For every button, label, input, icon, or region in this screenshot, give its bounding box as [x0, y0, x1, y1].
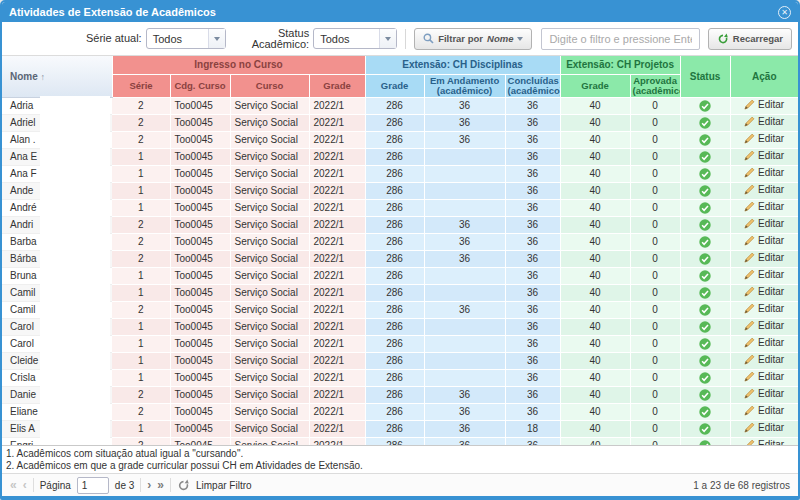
- column-header-grade-ingresso[interactable]: Grade: [309, 74, 365, 97]
- cell-serie: 2: [112, 216, 170, 233]
- column-header-acao[interactable]: Ação: [730, 56, 798, 97]
- column-header-grade-disciplinas[interactable]: Grade: [365, 74, 424, 97]
- column-header-nome[interactable]: Nome ↑: [2, 56, 112, 97]
- table-row[interactable]: Andri2Too0045Serviço Social2022/12863636…: [2, 216, 798, 233]
- cell-nome: Carol: [2, 318, 112, 335]
- edit-button[interactable]: Editar: [744, 303, 784, 314]
- cell-aprovada: 0: [630, 97, 680, 114]
- table-row[interactable]: Adriel2Too0045Serviço Social2022/1286363…: [2, 114, 798, 131]
- edit-button[interactable]: Editar: [744, 116, 784, 127]
- serie-atual-select[interactable]: Todos: [146, 28, 226, 49]
- previous-page-icon[interactable]: ‹: [23, 478, 27, 492]
- table-row[interactable]: Bruna1Too0045Serviço Social2022/12863640…: [2, 267, 798, 284]
- edit-button[interactable]: Editar: [744, 337, 784, 348]
- cell-cdg-curso: Too0045: [170, 114, 230, 131]
- chevron-down-icon[interactable]: [379, 29, 396, 48]
- edit-button[interactable]: Editar: [744, 405, 784, 416]
- check-circle-icon: [699, 253, 711, 265]
- table-row[interactable]: Bárba2Too0045Serviço Social2022/12863636…: [2, 250, 798, 267]
- cell-nome: Elis A: [2, 420, 112, 437]
- edit-button[interactable]: Editar: [744, 133, 784, 144]
- refresh-icon[interactable]: [177, 479, 190, 492]
- cell-cdg-curso: Too0045: [170, 318, 230, 335]
- cell-concluidas: 36: [505, 148, 560, 165]
- table-row[interactable]: Ande1Too0045Serviço Social2022/128636400…: [2, 182, 798, 199]
- edit-button[interactable]: Editar: [744, 252, 784, 263]
- close-icon[interactable]: ✕: [778, 6, 791, 19]
- page-number-input[interactable]: [77, 477, 109, 494]
- cell-grade: 2022/1: [309, 437, 365, 446]
- column-header-serie[interactable]: Série: [112, 74, 170, 97]
- edit-button[interactable]: Editar: [744, 150, 784, 161]
- column-header-concluidas[interactable]: Concluídas (acadêmico): [505, 74, 560, 97]
- edit-button[interactable]: Editar: [744, 184, 784, 195]
- cell-serie: 1: [112, 284, 170, 301]
- edit-button[interactable]: Editar: [744, 286, 784, 297]
- table-row[interactable]: Engri2Too0045Serviço Social2022/12863636…: [2, 437, 798, 446]
- filter-by-button[interactable]: Filtrar por Nome: [414, 28, 532, 50]
- last-page-icon[interactable]: »: [157, 478, 164, 492]
- cell-ch-grade: 286: [365, 318, 424, 335]
- cell-acao: Editar: [730, 386, 798, 403]
- serie-atual-label: Série atual:: [86, 33, 142, 44]
- cell-curso: Serviço Social: [230, 335, 309, 352]
- cell-serie: 1: [112, 165, 170, 182]
- table-row[interactable]: Ana E1Too0045Serviço Social2022/12863640…: [2, 148, 798, 165]
- table-row[interactable]: Carol1Too0045Serviço Social2022/12863640…: [2, 335, 798, 352]
- first-page-icon[interactable]: «: [10, 478, 17, 492]
- table-row[interactable]: Camil1Too0045Serviço Social2022/12863640…: [2, 284, 798, 301]
- column-header-status[interactable]: Status: [680, 56, 730, 97]
- edit-button[interactable]: Editar: [744, 201, 784, 212]
- cell-cdg-curso: Too0045: [170, 437, 230, 446]
- table-row[interactable]: Camil2Too0045Serviço Social2022/12863636…: [2, 301, 798, 318]
- column-header-curso[interactable]: Curso: [230, 74, 309, 97]
- edit-button[interactable]: Editar: [744, 99, 784, 110]
- edit-button[interactable]: Editar: [744, 235, 784, 246]
- edit-button[interactable]: Editar: [744, 320, 784, 331]
- status-academico-select[interactable]: Todos: [313, 28, 397, 49]
- table-row[interactable]: Cleide1Too0045Serviço Social2022/1286364…: [2, 352, 798, 369]
- pencil-icon: [744, 184, 755, 195]
- table-row[interactable]: Barba2Too0045Serviço Social2022/12863636…: [2, 233, 798, 250]
- table-row[interactable]: Ana F1Too0045Serviço Social2022/12863640…: [2, 165, 798, 182]
- cell-andamento: 36: [424, 301, 505, 318]
- cell-serie: 1: [112, 352, 170, 369]
- edit-button[interactable]: Editar: [744, 354, 784, 365]
- cell-cdg-curso: Too0045: [170, 233, 230, 250]
- clear-filter-button[interactable]: Limpar Filtro: [196, 480, 252, 491]
- column-header-cdg-curso[interactable]: Cdg. Curso: [170, 74, 230, 97]
- edit-button[interactable]: Editar: [744, 371, 784, 382]
- edit-button[interactable]: Editar: [744, 269, 784, 280]
- filter-text-input[interactable]: [541, 28, 699, 50]
- column-header-aprovada[interactable]: Aprovada (acadêmico): [630, 74, 680, 97]
- table-row[interactable]: Adria2Too0045Serviço Social2022/12863636…: [2, 97, 798, 114]
- table-row[interactable]: André1Too0045Serviço Social2022/12863640…: [2, 199, 798, 216]
- cell-concluidas: 36: [505, 318, 560, 335]
- reload-button[interactable]: Recarregar: [708, 28, 792, 50]
- pencil-icon: [744, 320, 755, 331]
- next-page-icon[interactable]: ›: [147, 478, 151, 492]
- pencil-icon: [744, 201, 755, 212]
- cell-andamento: 36: [424, 403, 505, 420]
- filter-by-field: Nome: [487, 33, 513, 44]
- table-row[interactable]: Carol1Too0045Serviço Social2022/12863640…: [2, 318, 798, 335]
- edit-button[interactable]: Editar: [744, 388, 784, 399]
- edit-button[interactable]: Editar: [744, 167, 784, 178]
- table-row[interactable]: Crisla1Too0045Serviço Social2022/1286364…: [2, 369, 798, 386]
- edit-button[interactable]: Editar: [744, 439, 784, 446]
- table-row[interactable]: Alan .2Too0045Serviço Social2022/1286363…: [2, 131, 798, 148]
- chevron-down-icon[interactable]: [208, 29, 225, 48]
- pencil-icon: [744, 439, 755, 446]
- table-row[interactable]: Danie2Too0045Serviço Social2022/12863636…: [2, 386, 798, 403]
- check-circle-icon: [699, 423, 711, 435]
- edit-button[interactable]: Editar: [744, 422, 784, 433]
- cell-concluidas: 36: [505, 403, 560, 420]
- cell-concluidas: 36: [505, 335, 560, 352]
- cell-aprovada: 0: [630, 216, 680, 233]
- cell-serie: 1: [112, 420, 170, 437]
- column-header-grade-projetos[interactable]: Grade: [560, 74, 630, 97]
- edit-button[interactable]: Editar: [744, 218, 784, 229]
- table-row[interactable]: Eliane2Too0045Serviço Social2022/1286363…: [2, 403, 798, 420]
- column-header-em-andamento[interactable]: Em Andamento (acadêmico): [424, 74, 505, 97]
- table-row[interactable]: Elis A1Too0045Serviço Social2022/1286361…: [2, 420, 798, 437]
